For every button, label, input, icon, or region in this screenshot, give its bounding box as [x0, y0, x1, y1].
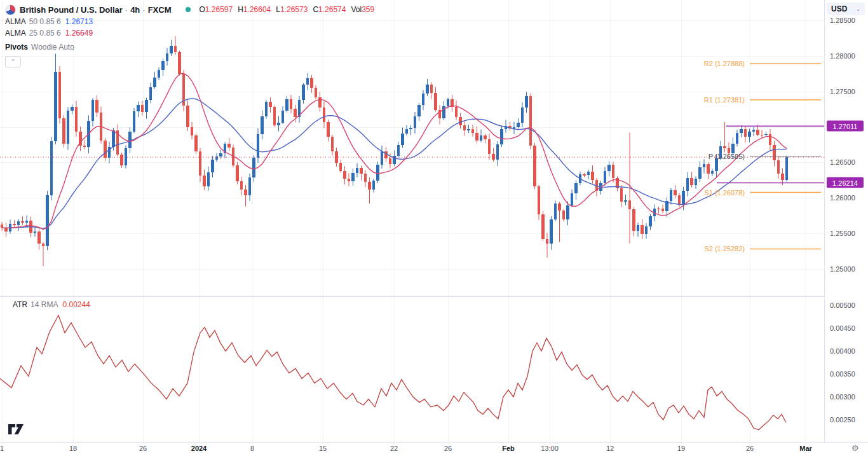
price-tick-label: 1.26500 — [830, 158, 855, 166]
title-separator: · — [142, 5, 145, 15]
price-tick-label: 1.28500 — [830, 17, 855, 24]
atr-tick-label: 0.00500 — [830, 301, 855, 309]
high-value: 1.26604 — [243, 5, 271, 14]
indicator-value: 0.00244 — [62, 300, 90, 309]
indicator-value: 1.26649 — [65, 29, 93, 38]
time-scale[interactable]: ⚙ 1182620248152226Feb13:00121926Mar — [0, 443, 868, 456]
time-tick-label: 1 — [0, 445, 4, 452]
high-label: H — [238, 5, 243, 14]
indicator-params: 25 0.85 6 — [29, 29, 61, 38]
symbol-icon — [5, 4, 16, 15]
time-tick-label: 26 — [139, 445, 147, 452]
time-tick-label: 22 — [390, 445, 398, 452]
price-tick-label: 1.25000 — [830, 265, 855, 273]
exchange-label[interactable]: FXCM — [148, 5, 172, 15]
low-value: 1.26573 — [280, 5, 308, 14]
tradingview-logo[interactable] — [8, 424, 24, 435]
chart-canvas[interactable] — [0, 0, 868, 456]
atr-tick-label: 0.00300 — [830, 393, 855, 401]
atr-legend-row[interactable]: ATR 14 RMA 0.00244 — [13, 300, 90, 309]
gear-icon[interactable]: ⚙ — [851, 443, 859, 453]
indicator-name: ALMA — [5, 17, 26, 26]
atr-tick-label: 0.00400 — [830, 347, 855, 355]
time-tick-label: Feb — [502, 445, 515, 452]
currency-label: USD — [831, 4, 847, 13]
pivot-level-label: R2 (1.27888) — [675, 60, 745, 67]
close-value: 1.26574 — [318, 5, 346, 14]
legend-collapse-button[interactable]: ⌃ — [5, 56, 21, 67]
time-tick-label: 15 — [319, 445, 327, 452]
currency-dropdown[interactable]: USD ⌄ — [827, 3, 865, 15]
time-tick-label: 2024 — [191, 445, 207, 452]
atr-tick-label: 0.00450 — [830, 324, 855, 332]
low-label: L — [276, 5, 280, 14]
indicator-row-alma50[interactable]: ALMA 50 0.85 6 1.26713 — [5, 17, 374, 27]
indicator-value: 1.26713 — [65, 17, 93, 26]
atr-tick-label: 0.00250 — [830, 416, 855, 424]
chevron-down-icon: ⌄ — [856, 6, 860, 12]
indicator-name: ATR — [13, 300, 27, 309]
atr-tick-label: 0.00350 — [830, 370, 855, 378]
indicator-name: Pivots — [5, 43, 28, 52]
indicator-params: Woodie Auto — [31, 43, 74, 52]
title-separator: · — [125, 5, 128, 15]
open-value: 1.26597 — [205, 5, 233, 14]
time-tick-label: 8 — [250, 445, 254, 452]
price-level-badge: 1.26214 — [827, 177, 864, 188]
symbol-title-row[interactable]: British Pound / U.S. Dollar · 4h · FXCM … — [5, 4, 374, 15]
market-status-dot[interactable] — [186, 7, 191, 12]
ohlc-row: O1.26597 H1.26604 L1.26573 C1.26574 Vol3… — [200, 5, 375, 14]
interval-label[interactable]: 4h — [130, 5, 140, 15]
price-tick-label: 1.26000 — [830, 194, 855, 202]
chevron-up-icon: ⌃ — [11, 59, 16, 65]
symbol-title[interactable]: British Pound / U.S. Dollar — [20, 5, 123, 15]
open-label: O — [200, 5, 205, 14]
close-label: C — [313, 5, 318, 14]
time-tick-label: 13:00 — [541, 445, 559, 452]
indicator-row-alma25[interactable]: ALMA 25 0.85 6 1.26649 — [5, 28, 374, 38]
volume-value: 359 — [362, 5, 374, 14]
legend-panel: British Pound / U.S. Dollar · 4h · FXCM … — [5, 4, 374, 67]
time-tick-label: Mar — [799, 445, 812, 452]
time-tick-label: 26 — [746, 445, 754, 452]
indicator-params: 50 0.85 6 — [29, 17, 61, 26]
price-scale[interactable]: 1.285001.280001.275001.265001.260001.255… — [825, 0, 868, 442]
price-tick-label: 1.28000 — [830, 52, 855, 60]
time-tick-label: 18 — [69, 445, 77, 452]
indicator-name: ALMA — [5, 29, 26, 38]
time-tick-label: 26 — [444, 445, 452, 452]
indicator-params: 14 RMA — [31, 300, 58, 309]
atr-line — [0, 315, 786, 430]
price-level-badge: 1.27011 — [827, 121, 864, 132]
time-tick-label: 19 — [677, 445, 685, 452]
pane-separator[interactable] — [0, 296, 868, 297]
pivot-level-label: S1 (1.26078) — [675, 189, 745, 197]
pivot-level-label: S2 (1.25282) — [675, 245, 745, 252]
trading-chart-app: British Pound / U.S. Dollar · 4h · FXCM … — [0, 0, 868, 456]
pivot-level-label: R1 (1.27381) — [675, 96, 745, 104]
indicator-row-pivots[interactable]: Pivots Woodie Auto — [5, 42, 374, 52]
price-tick-label: 1.25500 — [830, 230, 855, 237]
pivot-level-label: P (1.26585) — [675, 153, 745, 160]
volume-label: Vol — [351, 5, 362, 14]
time-tick-label: 12 — [606, 445, 614, 452]
price-tick-label: 1.27500 — [830, 88, 855, 95]
